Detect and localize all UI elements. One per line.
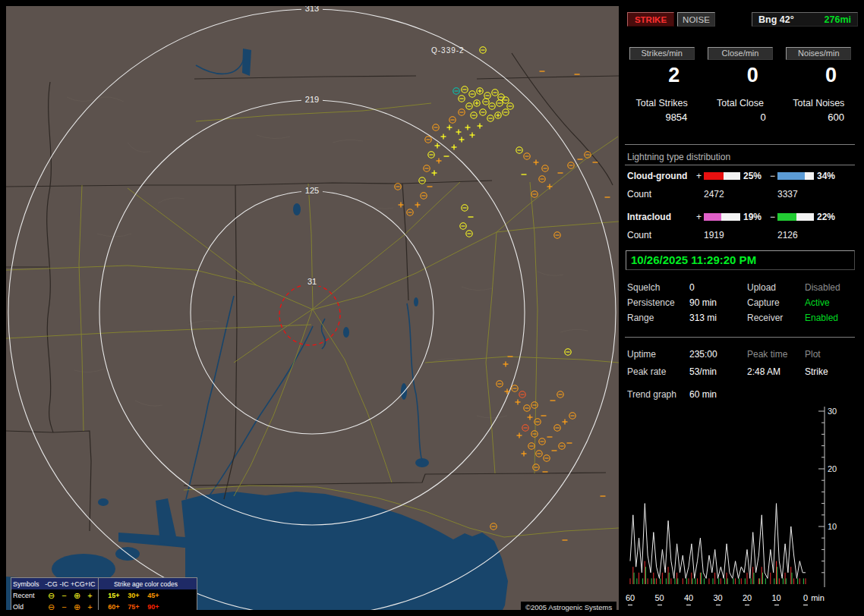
- strike-symbol-cgn: [469, 91, 475, 97]
- legend-col-ic-neg: -IC: [58, 580, 71, 588]
- strike-symbol-cgn: [568, 162, 574, 168]
- intracloud-count-row: Count 1919 2126: [623, 230, 858, 242]
- noises-per-min-button[interactable]: Noises/min: [786, 47, 851, 60]
- range-label: Range: [627, 313, 654, 323]
- strike-symbol-cgn: [536, 451, 542, 457]
- strike-symbol-cgn: [531, 402, 538, 408]
- strike-symbol-cgn: [492, 90, 498, 96]
- status-panel: STRIKE NOISE Bng 42° 276mi Strikes/min C…: [623, 6, 858, 610]
- bearing-range-value: 276mi: [825, 14, 851, 25]
- strike-symbol-cgn: [425, 137, 431, 143]
- map-canvas: 31321912531 Q-339-2: [6, 6, 619, 610]
- cg-neg-recent-icon: ⊖: [45, 592, 58, 599]
- copyright-text: ©2005 Astrogenic Systems: [521, 602, 616, 613]
- strike-symbol-icp: [459, 137, 465, 143]
- distribution-title: Lightning type distribution: [627, 152, 730, 162]
- strikes-per-min-button[interactable]: Strikes/min: [629, 47, 695, 60]
- strike-symbol-icp: [478, 124, 483, 129]
- strike-symbol-cgn: [462, 205, 468, 211]
- strike-symbol-cgn: [460, 223, 466, 229]
- strike-symbol-cgn: [528, 443, 534, 449]
- strike-symbol-icp: [516, 400, 521, 405]
- total-strikes-label: Total Strikes: [636, 98, 688, 108]
- receiver-label: Receiver: [747, 313, 783, 323]
- strike-symbol-cgn: [424, 165, 430, 171]
- strike-symbol-cgn: [557, 391, 563, 398]
- strike-symbol-cgn: [533, 464, 539, 470]
- strike-symbol-cgp: [477, 88, 483, 94]
- persistence-label: Persistence: [627, 297, 675, 308]
- cg-pos-recent-icon: ⊕: [71, 592, 84, 599]
- stats-row-2: Peak rate 53/min 2:48 AM Strike: [623, 366, 858, 379]
- county-lines-layer: [67, 97, 588, 418]
- strike-symbol-cgn: [503, 97, 509, 103]
- close-per-min-button[interactable]: Close/min: [708, 47, 773, 60]
- trend-xtick-label: 60: [623, 593, 637, 602]
- strike-symbol-cgn: [459, 109, 465, 115]
- rate-values-row: 2 0 0: [623, 64, 858, 87]
- strike-symbol-cgn: [421, 193, 427, 199]
- strike-symbol-icp: [437, 159, 442, 164]
- strike-symbol-icp: [415, 203, 421, 208]
- peak-time-label: Peak time: [747, 349, 787, 360]
- cloud-ground-count-row: Count 2472 3337: [623, 189, 858, 201]
- ic-pos-count: 1919: [704, 230, 724, 240]
- noise-button[interactable]: NOISE: [677, 12, 715, 27]
- ic-pos-bar: [704, 213, 740, 221]
- strike-symbol-cgn: [497, 100, 503, 106]
- uptime-label: Uptime: [627, 349, 656, 360]
- cg-pos-count: 2472: [704, 189, 724, 200]
- strike-symbol-cgp: [495, 112, 501, 118]
- trend-xtick-label: 30: [711, 593, 725, 602]
- legend-old-row: Old ⊖ − ⊕ + 60+ 75+ 90+: [11, 601, 197, 610]
- count-label: Count: [627, 230, 651, 240]
- capture-label: Capture: [747, 297, 780, 308]
- cloud-ground-label: Cloud-ground: [627, 171, 687, 181]
- total-noises-value: 600: [828, 112, 858, 123]
- strike-symbol-icp: [441, 134, 446, 140]
- strike-symbol-cgn: [466, 103, 472, 109]
- strike-symbol-icp: [447, 125, 452, 130]
- total-close-value: 0: [760, 112, 779, 123]
- strike-symbol-cgn: [407, 209, 413, 215]
- strike-symbol-icp: [399, 203, 404, 208]
- cg-neg-old-icon: ⊖: [45, 603, 58, 611]
- ic-pos-pct: 19%: [743, 212, 762, 222]
- strike-symbol-cgn: [487, 115, 493, 121]
- strike-symbol-icp: [452, 145, 457, 150]
- strike-symbol-cgn: [395, 184, 401, 190]
- strike-symbol-cgn: [453, 88, 459, 94]
- strike-symbol-cgn: [554, 425, 560, 431]
- plus-sign: +: [696, 171, 702, 181]
- lightning-map[interactable]: 31321912531 Q-339-2 Symbols -CG -IC +CG …: [6, 6, 619, 610]
- strike-symbol-icp: [563, 420, 568, 425]
- strike-symbol-cgn: [428, 152, 434, 158]
- age-30: 30+: [124, 592, 143, 599]
- count-label: Count: [627, 189, 651, 200]
- divider: [625, 165, 855, 165]
- trend-xtick-mark: [686, 605, 691, 605]
- divider: [625, 337, 855, 338]
- strike-symbol-cgn: [531, 431, 538, 437]
- trend-x-unit-label: min: [811, 593, 825, 602]
- bearing-value: Bng 42°: [758, 14, 794, 25]
- trend-graph-label: Trend graph: [627, 389, 676, 400]
- ic-pos-bar-fill: [704, 213, 721, 221]
- strike-symbol-cgp: [474, 100, 480, 106]
- strike-symbol-icp: [547, 184, 553, 190]
- strike-symbol-cgn: [539, 176, 545, 182]
- strike-rate-series: [630, 504, 806, 579]
- trend-xtick-mark: [803, 605, 808, 605]
- bearing-display: Bng 42° 276mi: [752, 12, 858, 27]
- strike-button[interactable]: STRIKE: [627, 12, 674, 27]
- strike-symbol-cgn: [459, 96, 465, 102]
- strike-symbol-cgn: [480, 47, 486, 53]
- upload-label: Upload: [747, 282, 776, 293]
- strike-legend: Symbols -CG -IC +CG +IC Strike age color…: [11, 577, 197, 610]
- strike-symbol-icp: [534, 160, 539, 165]
- total-strikes-value: 9854: [665, 112, 701, 123]
- trend-xtick-mark: [716, 605, 721, 605]
- trend-ytick-label: 20: [828, 464, 837, 473]
- divider: [625, 144, 855, 145]
- strike-symbol-icp: [465, 125, 471, 130]
